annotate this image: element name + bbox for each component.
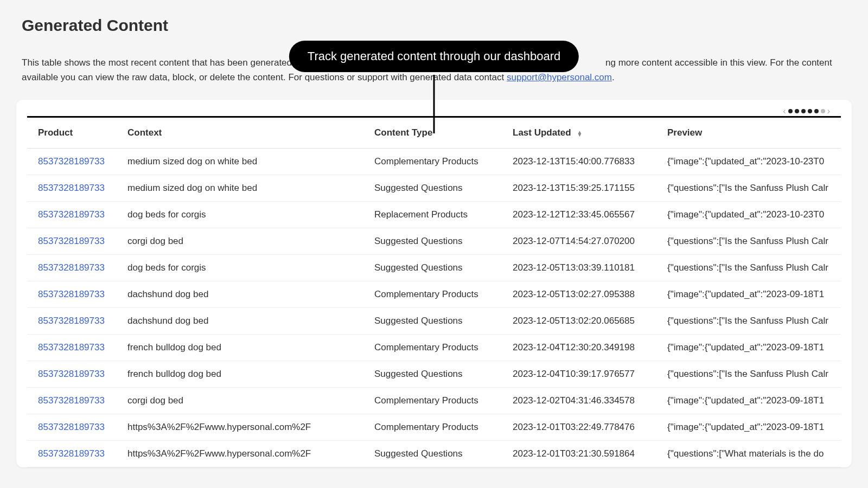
cell-product: 8537328189733 <box>27 308 122 335</box>
cell-content-type: Suggested Questions <box>369 228 507 255</box>
column-header-preview[interactable]: Preview <box>662 118 841 149</box>
cell-preview: {"image":{"updated_at":"2023-10-23T0 <box>662 202 841 228</box>
product-link[interactable]: 8537328189733 <box>38 342 105 352</box>
product-link[interactable]: 8537328189733 <box>38 448 105 459</box>
column-header-context[interactable]: Context <box>122 118 369 149</box>
pagination-prev[interactable]: ‹ <box>783 106 786 116</box>
cell-preview: {"image":{"updated_at":"2023-10-23T0 <box>662 149 841 175</box>
cell-product: 8537328189733 <box>27 441 122 467</box>
description-text-3: . <box>612 72 615 82</box>
cell-content-type: Complementary Products <box>369 149 507 175</box>
cell-last-updated: 2023-12-01T03:22:49.778476 <box>507 414 662 441</box>
table-row: 8537328189733corgi dog bedSuggested Ques… <box>27 228 841 255</box>
cell-content-type: Suggested Questions <box>369 361 507 388</box>
cell-product: 8537328189733 <box>27 281 122 308</box>
product-link[interactable]: 8537328189733 <box>38 236 105 246</box>
cell-preview: {"questions":["Is the Sanfuss Plush Calr <box>662 228 841 255</box>
column-header-last-updated[interactable]: Last Updated ▲▼ <box>507 118 662 149</box>
cell-product: 8537328189733 <box>27 175 122 202</box>
cell-preview: {"image":{"updated_at":"2023-09-18T1 <box>662 414 841 441</box>
table-row: 8537328189733french bulldog dog bedCompl… <box>27 335 841 361</box>
callout-pointer-line <box>433 75 435 133</box>
cell-context: https%3A%2F%2Fwww.hypersonal.com%2F <box>122 441 369 467</box>
cell-context: french bulldog dog bed <box>122 361 369 388</box>
cell-content-type: Suggested Questions <box>369 441 507 467</box>
table-body: 8537328189733medium sized dog on white b… <box>27 149 841 467</box>
cell-content-type: Suggested Questions <box>369 175 507 202</box>
cell-context: medium sized dog on white bed <box>122 149 369 175</box>
pagination-dot[interactable] <box>814 109 819 113</box>
table-row: 8537328189733dog beds for corgisSuggeste… <box>27 255 841 281</box>
cell-product: 8537328189733 <box>27 149 122 175</box>
cell-content-type: Complementary Products <box>369 388 507 414</box>
cell-context: dog beds for corgis <box>122 255 369 281</box>
pagination-dot[interactable] <box>795 109 799 113</box>
product-link[interactable]: 8537328189733 <box>38 156 105 166</box>
cell-product: 8537328189733 <box>27 255 122 281</box>
product-link[interactable]: 8537328189733 <box>38 183 105 193</box>
product-link[interactable]: 8537328189733 <box>38 289 105 299</box>
table-row: 8537328189733dachshund dog bedSuggested … <box>27 308 841 335</box>
cell-product: 8537328189733 <box>27 228 122 255</box>
cell-content-type: Complementary Products <box>369 414 507 441</box>
table-row: 8537328189733corgi dog bedComplementary … <box>27 388 841 414</box>
content-table: Product Context Content Type Last Update… <box>27 118 841 467</box>
support-email-link[interactable]: support@hypersonal.com <box>507 72 612 82</box>
cell-content-type: Replacement Products <box>369 202 507 228</box>
cell-context: dachshund dog bed <box>122 308 369 335</box>
cell-last-updated: 2023-12-12T12:33:45.065567 <box>507 202 662 228</box>
cell-context: https%3A%2F%2Fwww.hypersonal.com%2F <box>122 414 369 441</box>
pagination-next[interactable]: › <box>827 106 830 116</box>
cell-context: corgi dog bed <box>122 388 369 414</box>
pagination-control: ‹ › <box>783 106 830 116</box>
pagination-dot[interactable] <box>808 109 812 113</box>
pagination-dot[interactable] <box>788 109 793 113</box>
cell-preview: {"image":{"updated_at":"2023-09-18T1 <box>662 281 841 308</box>
cell-preview: {"questions":["Is the Sanfuss Plush Calr <box>662 175 841 202</box>
pagination-dot[interactable] <box>821 109 825 113</box>
cell-product: 8537328189733 <box>27 388 122 414</box>
cell-content-type: Suggested Questions <box>369 308 507 335</box>
column-header-product[interactable]: Product <box>27 118 122 149</box>
cell-context: dog beds for corgis <box>122 202 369 228</box>
product-link[interactable]: 8537328189733 <box>38 422 105 432</box>
product-link[interactable]: 8537328189733 <box>38 395 105 406</box>
cell-context: medium sized dog on white bed <box>122 175 369 202</box>
cell-preview: {"questions":["Is the Sanfuss Plush Calr <box>662 255 841 281</box>
cell-preview: {"questions":["What materials is the do <box>662 441 841 467</box>
cell-content-type: Complementary Products <box>369 335 507 361</box>
table-row: 8537328189733french bulldog dog bedSugge… <box>27 361 841 388</box>
description-text-1: This table shows the most recent content… <box>22 57 318 68</box>
cell-context: french bulldog dog bed <box>122 335 369 361</box>
cell-last-updated: 2023-12-05T13:02:27.095388 <box>507 281 662 308</box>
cell-last-updated: 2023-12-05T13:02:20.065685 <box>507 308 662 335</box>
cell-product: 8537328189733 <box>27 361 122 388</box>
product-link[interactable]: 8537328189733 <box>38 209 105 220</box>
cell-context: corgi dog bed <box>122 228 369 255</box>
cell-last-updated: 2023-12-04T12:30:20.349198 <box>507 335 662 361</box>
cell-product: 8537328189733 <box>27 414 122 441</box>
table-row: 8537328189733https%3A%2F%2Fwww.hypersona… <box>27 441 841 467</box>
table-row: 8537328189733medium sized dog on white b… <box>27 149 841 175</box>
callout-bubble: Track generated content through our dash… <box>289 41 579 72</box>
table-row: 8537328189733dog beds for corgisReplacem… <box>27 202 841 228</box>
cell-content-type: Suggested Questions <box>369 255 507 281</box>
product-link[interactable]: 8537328189733 <box>38 262 105 273</box>
cell-last-updated: 2023-12-13T15:39:25.171155 <box>507 175 662 202</box>
product-link[interactable]: 8537328189733 <box>38 369 105 379</box>
product-link[interactable]: 8537328189733 <box>38 316 105 326</box>
cell-last-updated: 2023-12-01T03:21:30.591864 <box>507 441 662 467</box>
page-title: Generated Content <box>22 16 846 35</box>
cell-last-updated: 2023-12-02T04:31:46.334578 <box>507 388 662 414</box>
table-row: 8537328189733dachshund dog bedComplement… <box>27 281 841 308</box>
cell-preview: {"image":{"updated_at":"2023-09-18T1 <box>662 388 841 414</box>
cell-context: dachshund dog bed <box>122 281 369 308</box>
cell-content-type: Complementary Products <box>369 281 507 308</box>
sort-indicator-icon: ▲▼ <box>577 131 582 136</box>
cell-preview: {"questions":["Is the Sanfuss Plush Calr <box>662 361 841 388</box>
cell-last-updated: 2023-12-04T10:39:17.976577 <box>507 361 662 388</box>
column-header-content-type[interactable]: Content Type <box>369 118 507 149</box>
cell-product: 8537328189733 <box>27 202 122 228</box>
pagination-dot[interactable] <box>801 109 806 113</box>
content-table-card: ‹ › Product Context Content Type <box>16 100 852 467</box>
